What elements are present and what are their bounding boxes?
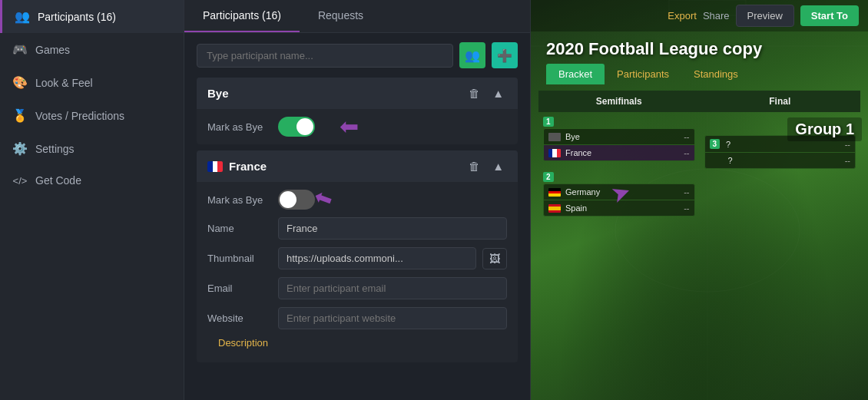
france-name-input[interactable] bbox=[278, 217, 507, 240]
france-mark-label: Mark as Bye bbox=[207, 194, 269, 206]
look-feel-icon: 🎨 bbox=[12, 75, 28, 90]
france-match-row: France -- bbox=[544, 145, 694, 160]
tab-standings[interactable]: Standings bbox=[681, 64, 750, 84]
sidebar-item-get-code[interactable]: </> Get Code bbox=[0, 165, 184, 196]
group1-container: 1 Bye -- France -- bbox=[543, 117, 695, 164]
sidebar-item-participants-label: Participants (16) bbox=[38, 11, 116, 23]
france-description-label: Description bbox=[207, 337, 507, 355]
sidebar: 👥 Participants (16) 🎮 Games 🎨 Look & Fee… bbox=[0, 0, 184, 400]
france-flag-small bbox=[207, 161, 223, 172]
bye-toggle[interactable] bbox=[278, 117, 315, 137]
sidebar-item-games[interactable]: 🎮 Games bbox=[0, 33, 184, 66]
bye-score: -- bbox=[678, 132, 690, 141]
germany-flag bbox=[548, 188, 561, 197]
france-mark-bye-row: Mark as Bye ⬅ bbox=[207, 190, 507, 210]
final-slot3-badge: 3 bbox=[710, 139, 721, 149]
bye-delete-button[interactable]: 🗑 bbox=[465, 85, 483, 101]
bye-card-header: Bye 🗑 ▲ bbox=[197, 78, 518, 109]
bye-collapse-button[interactable]: ▲ bbox=[489, 85, 507, 101]
france-card-body: Mark as Bye ⬅ Name Thumbnail 🖼 bbox=[197, 182, 518, 362]
france-team-name: France bbox=[565, 148, 673, 157]
sidebar-item-look-feel[interactable]: 🎨 Look & Feel bbox=[0, 66, 184, 99]
group1-label-row: 1 bbox=[543, 117, 695, 127]
participants-tabs: Participants (16) Requests bbox=[184, 0, 530, 33]
import-participants-button[interactable]: 👥 bbox=[459, 42, 485, 68]
spain-match-row: Spain -- bbox=[544, 200, 694, 216]
search-input[interactable] bbox=[197, 44, 453, 68]
get-code-icon: </> bbox=[12, 175, 28, 187]
final-slot4-score: -- bbox=[838, 156, 850, 165]
bracket-area: Semifinals Final 1 Bye -- bbox=[531, 91, 868, 400]
arrow-annotation-toggle: ⬅ bbox=[340, 113, 359, 140]
col-header-semifinals: Semifinals bbox=[538, 91, 700, 112]
france-score: -- bbox=[678, 148, 690, 157]
bye-match-row: Bye -- bbox=[544, 129, 694, 145]
france-delete-button[interactable]: 🗑 bbox=[465, 158, 483, 174]
group1-num-badge: 1 bbox=[543, 117, 554, 127]
spain-team-name: Spain bbox=[565, 203, 673, 213]
add-participant-button[interactable]: ➕ bbox=[492, 42, 518, 68]
france-thumbnail-row: Thumbnail 🖼 bbox=[207, 247, 507, 269]
france-email-input[interactable] bbox=[278, 277, 507, 299]
thumbnail-upload-button[interactable]: 🖼 bbox=[482, 248, 507, 269]
france-bye-toggle[interactable] bbox=[278, 190, 315, 210]
bye-team-name: Bye bbox=[565, 132, 673, 141]
tournament-title: 2020 Football League copy bbox=[531, 31, 868, 64]
bye-card: Bye 🗑 ▲ Mark as Bye ⬅ bbox=[197, 78, 518, 144]
preview-topbar: Export Share Preview Start To bbox=[531, 0, 868, 31]
main-participants-panel: Participants (16) Requests 👥 ➕ Bye 🗑 ▲ M… bbox=[184, 0, 530, 400]
france-thumbnail-label: Thumbnail bbox=[207, 253, 269, 264]
final-slot4-row: ? -- bbox=[705, 153, 856, 168]
sidebar-item-settings-label: Settings bbox=[35, 143, 75, 155]
group2-num-badge: 2 bbox=[543, 172, 554, 182]
sidebar-item-participants[interactable]: 👥 Participants (16) bbox=[0, 0, 184, 33]
participants-icon: 👥 bbox=[15, 9, 30, 24]
tab-requests[interactable]: Requests bbox=[300, 0, 382, 32]
participants-list: Bye 🗑 ▲ Mark as Bye ⬅ bbox=[184, 78, 530, 400]
round-semifinals: 1 Bye -- France -- bbox=[538, 112, 700, 224]
export-button[interactable]: Export bbox=[668, 10, 697, 21]
games-icon: 🎮 bbox=[12, 42, 28, 57]
tab-preview-participants[interactable]: Participants bbox=[605, 64, 681, 84]
germany-team-name: Germany bbox=[565, 187, 673, 197]
germany-match-row: Germany -- bbox=[544, 184, 694, 200]
share-button[interactable]: Share bbox=[703, 10, 730, 21]
sidebar-item-votes-predictions[interactable]: 🏅 Votes / Predictions bbox=[0, 99, 184, 132]
france-card-header: France 🗑 ▲ bbox=[197, 150, 518, 182]
bye-card-body: Mark as Bye ⬅ bbox=[197, 109, 518, 144]
sidebar-item-votes-label: Votes / Predictions bbox=[35, 110, 124, 122]
france-flag-bracket bbox=[548, 149, 561, 157]
bye-mark-label: Mark as Bye bbox=[207, 121, 269, 133]
settings-icon: ⚙️ bbox=[12, 141, 28, 156]
preview-button[interactable]: Preview bbox=[736, 5, 794, 27]
tab-bracket[interactable]: Bracket bbox=[546, 64, 605, 84]
bye-mark-as-bye-row: Mark as Bye ⬅ bbox=[207, 117, 507, 137]
france-website-input[interactable] bbox=[278, 307, 507, 329]
france-card: France 🗑 ▲ Mark as Bye ⬅ Na bbox=[197, 150, 518, 362]
france-card-title: France bbox=[207, 160, 267, 173]
germany-score: -- bbox=[678, 187, 690, 197]
sidebar-item-settings[interactable]: ⚙️ Settings bbox=[0, 132, 184, 165]
bye-card-title: Bye bbox=[207, 87, 229, 100]
france-collapse-button[interactable]: ▲ bbox=[489, 158, 507, 174]
spain-flag bbox=[548, 204, 561, 213]
group1-overlay: Group 1 bbox=[787, 117, 862, 141]
france-card-actions: 🗑 ▲ bbox=[465, 158, 507, 174]
spain-score: -- bbox=[678, 203, 690, 213]
group1-title: Group 1 bbox=[787, 117, 862, 141]
bracket-col-headers: Semifinals Final bbox=[538, 91, 860, 112]
group2-container: 2 Germany -- Spain -- bbox=[543, 172, 695, 220]
france-website-row: Website bbox=[207, 307, 507, 329]
france-thumbnail-input[interactable] bbox=[278, 247, 476, 269]
start-button[interactable]: Start To bbox=[800, 5, 859, 26]
france-email-label: Email bbox=[207, 283, 269, 294]
bye-card-actions: 🗑 ▲ bbox=[465, 85, 507, 101]
tab-participants[interactable]: Participants (16) bbox=[184, 0, 300, 32]
votes-icon: 🏅 bbox=[12, 108, 28, 123]
group2-match: Germany -- Spain -- bbox=[543, 183, 695, 217]
france-name-label: Name bbox=[207, 223, 269, 234]
group1-match: Bye -- France -- bbox=[543, 128, 695, 161]
sidebar-item-look-feel-label: Look & Feel bbox=[35, 77, 93, 89]
final-slot4-team: ? bbox=[728, 156, 834, 165]
france-email-row: Email bbox=[207, 277, 507, 299]
